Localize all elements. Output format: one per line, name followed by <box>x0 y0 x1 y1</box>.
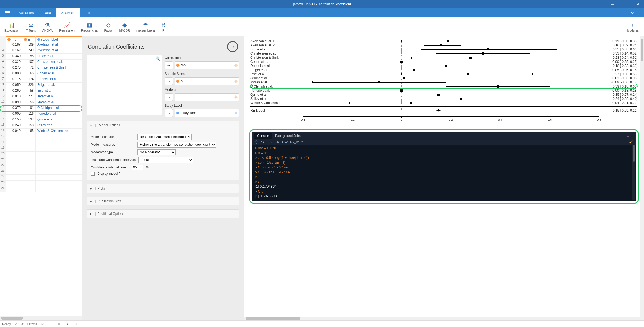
toolbar-t-tests[interactable]: ⚖T-Tests <box>23 18 39 35</box>
slot-moderator[interactable] <box>175 93 240 101</box>
forest-summary-row: RE Model0.15 [ 0.09, 0.21] <box>250 108 637 112</box>
console-scrollbar[interactable] <box>632 145 635 200</box>
toolbar-r[interactable]: RR <box>158 18 169 35</box>
table-row-empty[interactable]: 25 <box>0 181 82 186</box>
table-row[interactable]: 70.175174Dobbels et al. <box>0 77 82 83</box>
section-header-plots[interactable]: ▸ | Plots <box>87 184 239 193</box>
toolbar-exploration[interactable]: 📊Exploration <box>1 18 23 35</box>
maximize-button[interactable]: ☐ <box>619 0 631 8</box>
window-controls: ─ ☐ ✕ <box>606 0 644 8</box>
settings-icon[interactable]: ⟲⊞ <box>631 11 637 15</box>
column-header-study-label[interactable]: study_label <box>36 36 82 42</box>
table-row[interactable]: 30.34055Bruce et al. <box>0 54 82 60</box>
close-button[interactable]: ✕ <box>631 0 644 8</box>
r-logo-icon: ◯ <box>255 140 258 144</box>
variable-list[interactable]: 🔍 <box>87 55 162 115</box>
search-icon[interactable]: 🔍 <box>155 56 160 61</box>
table-row[interactable]: 130.000116Penedo et al. <box>0 111 82 117</box>
console-output[interactable]: > rho = 0.370> n = 91> zr <- 0.5 * log((… <box>252 145 636 201</box>
console-tab[interactable]: Console <box>254 133 272 139</box>
kebab-icon[interactable]: ⋮ <box>638 11 642 15</box>
checkbox-display-model-fit[interactable] <box>91 172 95 176</box>
table-row-empty[interactable]: 18 <box>0 140 82 146</box>
grid-body[interactable]: 10.187109Axelsson et al.20.162749Axelsso… <box>0 42 82 316</box>
toolbar-anova[interactable]: ⚗ANOVA <box>39 18 56 35</box>
assign-arrow-button[interactable]: → <box>165 61 173 69</box>
assign-arrow-button[interactable]: → <box>165 109 173 117</box>
table-row-empty[interactable]: 24 <box>0 175 82 181</box>
table-row[interactable]: 140.150537Quine et al. <box>0 117 82 123</box>
r-working-dir[interactable]: F:/RDATA/Files_R/ <box>274 140 299 144</box>
menu-edit[interactable]: Edit <box>80 8 96 17</box>
table-row[interactable]: 10.187109Axelsson et al. <box>0 42 82 48</box>
table-row[interactable]: 60.00065Cohen et al. <box>0 71 82 77</box>
forest-row: Wiebe & Christensen0.04 [-0.21, 0.29] <box>250 101 637 105</box>
column-header-rho[interactable]: rho <box>6 36 22 42</box>
forest-row: Stilley et al.0.24 [ 0.09, 0.40] <box>250 97 637 101</box>
minimize-button[interactable]: ─ <box>606 0 619 8</box>
slot-studylabel[interactable]: study_label <box>175 109 240 117</box>
numeric-icon <box>176 63 179 67</box>
modules-button[interactable]: ＋ Modules <box>624 18 642 35</box>
section-header-additional-options[interactable]: ▸ | Additional Options <box>87 210 239 218</box>
table-row[interactable]: 150.240158Stilley et al. <box>0 123 82 129</box>
r-console-highlight: Console Background Jobs✕ ▭▢ ◯ R 4.1.3 · … <box>249 129 639 204</box>
table-row-empty[interactable]: 23 <box>0 169 82 175</box>
table-row-empty[interactable]: 19 <box>0 146 82 152</box>
status-filters: Filters 0 <box>27 322 38 326</box>
slot-correlations[interactable]: rho <box>175 61 240 69</box>
hamburger-menu[interactable] <box>2 8 12 17</box>
table-row[interactable]: 40.320107Christensen et al. <box>0 60 82 65</box>
menu-variables[interactable]: Variables <box>14 8 39 17</box>
toolbar-factor[interactable]: ◇Factor <box>101 18 116 35</box>
forest-row: Christensen & Smith0.28 [ 0.04, 0.51] <box>250 55 637 60</box>
toolbar-regression[interactable]: 📈Regression <box>56 18 78 35</box>
column-header-n[interactable]: n <box>22 36 36 42</box>
section-header-publication-bias[interactable]: ▸ | Publication Bias <box>87 197 239 205</box>
input-ci-level[interactable] <box>132 165 143 170</box>
select-model-measures[interactable]: Fisher's r-to-z transformed correlation … <box>137 142 216 148</box>
table-row[interactable]: 100.010771Jerant et al. <box>0 94 82 100</box>
toolbar-major[interactable]: ◆MAJOR <box>116 18 133 35</box>
section-header-model-options[interactable]: ▾ | Model Options <box>87 121 239 129</box>
table-row[interactable]: 50.27072Christensen & Smith <box>0 65 82 71</box>
menu-data[interactable]: Data <box>39 8 56 17</box>
menu-analyses[interactable]: Analyses <box>56 8 81 17</box>
table-row-empty[interactable]: 20 <box>0 152 82 157</box>
assign-arrow-button[interactable]: → <box>165 93 173 101</box>
close-icon[interactable]: ✕ <box>302 134 304 137</box>
funnel-icon[interactable]: ⧩ <box>14 322 17 326</box>
table-row-empty[interactable]: 26 <box>0 186 82 192</box>
numeric-icon <box>7 37 11 41</box>
share-icon[interactable]: ↗ <box>300 140 303 144</box>
select-moderator-type[interactable]: No Moderator <box>137 149 176 155</box>
chevron-right-icon: ▸ <box>90 212 92 216</box>
run-arrow-button[interactable]: → <box>227 41 238 52</box>
assign-arrow-button[interactable]: → <box>165 77 173 85</box>
forest-row: Moran et al.-0.09 [-0.36, 0.18] <box>250 80 637 84</box>
table-row-empty[interactable]: 17 <box>0 134 82 140</box>
status-bar: Ready ⧩ 👁 Filters 0 R…F…D…A…C… <box>0 320 644 327</box>
table-row[interactable]: 11-0.09056Moran et al. <box>0 100 82 106</box>
results-horizontal-scrollbar[interactable] <box>244 317 640 320</box>
table-row[interactable]: 80.050326Ediger et al. <box>0 83 82 88</box>
forest-row: Penedo et al.0.00 [-0.18, 0.18] <box>250 88 637 92</box>
background-jobs-tab[interactable]: Background Jobs✕ <box>272 133 307 139</box>
table-row-empty[interactable]: 22 <box>0 163 82 169</box>
table-row-empty[interactable]: 21 <box>0 157 82 163</box>
results-vertical-scrollbar[interactable] <box>640 36 644 320</box>
slot-samplesizes[interactable]: n <box>175 77 240 85</box>
select-model-estimator[interactable]: Restricted Maximum-Likelihood <box>137 134 192 140</box>
select-tests-ci[interactable]: z test <box>138 157 193 163</box>
table-row[interactable]: 120.37091O'Cleirigh et al. <box>0 106 82 111</box>
clear-console-icon[interactable]: 🧹 <box>629 140 633 144</box>
table-row[interactable]: 90.26058Insel et al. <box>0 88 82 94</box>
eye-icon[interactable]: 👁 <box>21 322 24 326</box>
toolbar-frequencies[interactable]: ▦Frequencies <box>78 18 101 35</box>
minimize-pane-icon[interactable]: ▭ <box>626 134 629 138</box>
grid-horizontal-scrollbar[interactable] <box>0 316 82 320</box>
maximize-pane-icon[interactable]: ▢ <box>631 134 634 138</box>
table-row[interactable]: 20.162749Axelsson et al. <box>0 48 82 54</box>
toolbar-metaumbrella[interactable]: ☂metaumbrella <box>133 18 158 35</box>
table-row[interactable]: 160.04065Wiebe & Christensen <box>0 129 82 134</box>
